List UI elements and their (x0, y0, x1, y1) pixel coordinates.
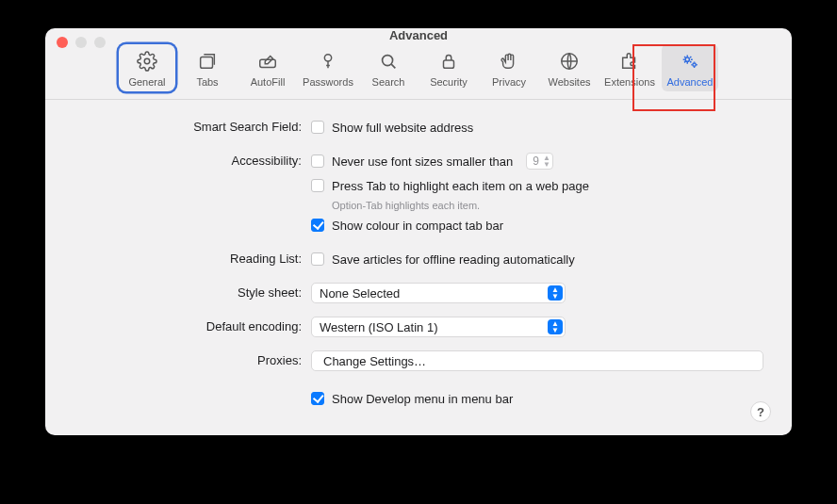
offline-reading-checkbox[interactable]: Save articles for offline reading automa… (311, 249, 763, 269)
svg-point-7 (685, 57, 689, 61)
checkbox-label: Never use font sizes smaller than (332, 154, 513, 169)
tab-tabs[interactable]: Tabs (179, 44, 236, 91)
proxies-label: Proxies: (74, 350, 311, 367)
min-font-checkbox[interactable]: Never use font sizes smaller than 9 ▲▼ (311, 151, 763, 171)
globe-icon (558, 50, 581, 73)
svg-point-4 (383, 56, 393, 66)
pencil-box-icon (256, 50, 279, 73)
gears-icon (679, 50, 701, 73)
tab-passwords[interactable]: Passwords (300, 44, 356, 91)
style-sheet-label: Style sheet: (74, 283, 311, 300)
stepper-arrows-icon: ▲▼ (543, 154, 550, 168)
svg-rect-5 (444, 60, 454, 68)
tab-search[interactable]: Search (360, 44, 417, 91)
tab-extensions[interactable]: Extensions (601, 44, 658, 91)
checkbox-label: Show full website address (332, 121, 473, 135)
tab-advanced[interactable]: Advanced (662, 44, 718, 91)
checkbox-icon (311, 154, 324, 168)
tab-label: Privacy (492, 76, 526, 88)
advanced-pane: Smart Search Field: Show full website ad… (45, 100, 792, 435)
minimize-button[interactable] (75, 37, 87, 48)
tab-label: Tabs (196, 76, 218, 88)
select-value: Western (ISO Latin 1) (320, 320, 437, 334)
hand-icon (498, 50, 520, 73)
checkbox-label: Save articles for offline reading automa… (332, 252, 575, 267)
tab-autofill[interactable]: AutoFill (239, 44, 296, 91)
lock-icon (437, 50, 460, 73)
checkbox-label: Show colour in compact tab bar (332, 219, 503, 233)
default-encoding-label: Default encoding: (74, 317, 311, 333)
magnifying-glass-icon (377, 50, 400, 73)
tab-security[interactable]: Security (420, 44, 477, 91)
checkbox-icon (311, 179, 324, 192)
compact-colour-checkbox[interactable]: Show colour in compact tab bar (311, 215, 763, 236)
window-title: Advanced (389, 28, 448, 42)
tab-label: Passwords (303, 76, 353, 88)
tab-label: Extensions (604, 76, 655, 88)
tab-label: Advanced (667, 76, 714, 88)
gear-icon (136, 50, 158, 73)
select-arrows-icon: ▲▼ (548, 285, 563, 301)
min-font-size-select[interactable]: 9 ▲▼ (526, 153, 553, 170)
help-label: ? (757, 405, 764, 419)
show-develop-checkbox[interactable]: Show Develop menu in menu bar (311, 388, 763, 409)
key-icon (317, 50, 339, 73)
change-settings-button[interactable]: Change Settings… (311, 350, 763, 371)
preferences-window: Advanced General Tabs AutoFill Passwords (45, 28, 792, 435)
button-label: Change Settings… (323, 354, 426, 368)
smart-search-label: Smart Search Field: (74, 117, 311, 134)
checkbox-icon (311, 121, 324, 134)
tab-label: Search (372, 76, 405, 88)
select-value: 9 (533, 154, 539, 168)
tab-label: Websites (548, 76, 590, 88)
press-tab-checkbox[interactable]: Press Tab to highlight each item on a we… (311, 175, 763, 196)
titlebar: Advanced (45, 28, 792, 42)
svg-point-8 (693, 63, 696, 66)
tab-general[interactable]: General (119, 44, 175, 91)
svg-point-3 (324, 55, 331, 61)
tab-label: Security (430, 76, 468, 88)
checkbox-label: Press Tab to highlight each item on a we… (332, 179, 589, 193)
select-value: None Selected (320, 286, 400, 301)
show-full-address-checkbox[interactable]: Show full website address (311, 117, 763, 138)
checkbox-icon (311, 252, 324, 266)
reading-list-label: Reading List: (74, 249, 311, 266)
tab-websites[interactable]: Websites (541, 44, 598, 91)
style-sheet-select[interactable]: None Selected ▲▼ (311, 283, 566, 303)
tab-label: AutoFill (251, 76, 286, 88)
select-arrows-icon: ▲▼ (548, 319, 563, 334)
accessibility-label: Accessibility: (74, 151, 311, 168)
close-button[interactable] (57, 37, 68, 48)
svg-point-0 (144, 58, 150, 64)
zoom-button[interactable] (94, 37, 106, 48)
tab-privacy[interactable]: Privacy (481, 44, 537, 91)
puzzle-icon (618, 50, 641, 73)
preferences-toolbar: General Tabs AutoFill Passwords Search (45, 42, 792, 100)
checkbox-icon (311, 392, 324, 405)
traffic-lights (57, 37, 106, 48)
tabs-icon (196, 50, 219, 73)
checkbox-label: Show Develop menu in menu bar (332, 392, 513, 406)
default-encoding-select[interactable]: Western (ISO Latin 1) ▲▼ (311, 317, 566, 337)
svg-rect-1 (201, 57, 213, 68)
press-tab-hint: Option-Tab highlights each item. (332, 200, 763, 211)
help-button[interactable]: ? (750, 401, 771, 422)
checkbox-icon (311, 219, 324, 232)
tab-label: General (128, 76, 165, 88)
